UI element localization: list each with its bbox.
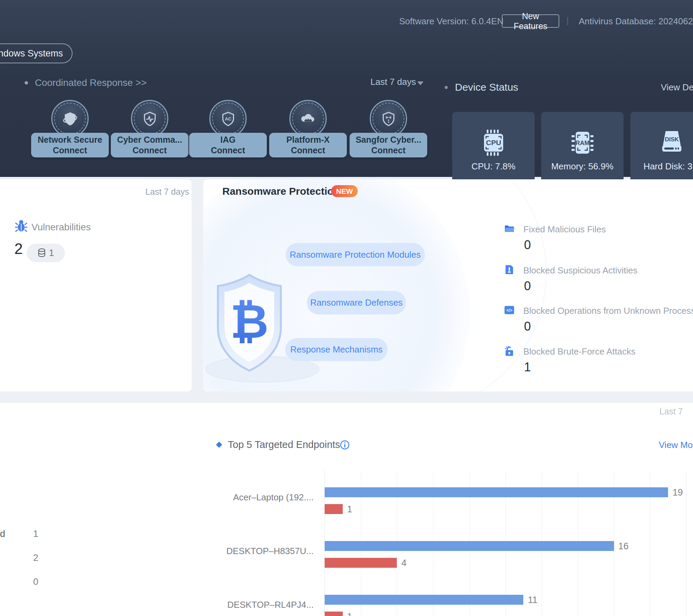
header-separator: | [566, 15, 569, 26]
chart-gridline [686, 471, 687, 616]
connect-item-iag: AC IAG Connect [189, 100, 267, 137]
folder-icon [504, 223, 514, 234]
connect-label-line2: Connect [371, 145, 406, 155]
connect-label-line2: Connect [53, 145, 87, 155]
connect-label-line2: Connect [211, 145, 245, 155]
chart-category-label: DESKTOP–RL4PJ4... [208, 600, 314, 610]
view-more-link[interactable]: View Mor [659, 440, 693, 450]
bar-red [325, 558, 397, 568]
metric-label: Blocked Suspicious Activities [523, 265, 638, 276]
bar-value-label: 4 [401, 558, 406, 568]
connect-label-line1: Cyber Comma... [117, 135, 182, 144]
bar-value-label: 19 [672, 487, 683, 497]
ransomware-protection-title: Ransomware Protection [222, 185, 340, 197]
tab-windows-systems-label: Windows Systems [0, 48, 63, 59]
svg-text:DISK: DISK [665, 136, 679, 143]
connect-item-platform-x: Platform-X Connect [269, 100, 347, 137]
cyber-command-icon [131, 100, 168, 137]
new-features-button[interactable]: New Features [502, 14, 559, 28]
vulnerabilities-card [0, 179, 192, 392]
bar-value-label: 1 [347, 504, 352, 514]
top5-endpoints-chart: Acer–Laptop (192....191DESKTOP–H8357U...… [0, 471, 693, 616]
connect-item-network-secure: Network Secure Connect [31, 100, 109, 137]
db-badge-count: 1 [49, 248, 54, 258]
chevron-down-icon[interactable] [417, 81, 423, 85]
connect-item-partial [0, 100, 9, 137]
svg-text:₿: ₿ [230, 294, 269, 349]
sangfor-cyber-connect-button[interactable]: Sangfor Cyber... Connect [350, 133, 427, 157]
new-badge: NEW [331, 185, 358, 197]
connect-label-line2: Connect [291, 145, 325, 155]
hero-section: Software Version: 6.0.4EN New Features |… [0, 0, 693, 177]
coordinated-response-link[interactable]: Coordinated Response >> [35, 77, 147, 88]
iag-connect-button[interactable]: IAG Connect [189, 133, 267, 157]
tab-windows-systems[interactable]: Windows Systems [0, 43, 73, 63]
view-details-link[interactable]: View Det [661, 82, 693, 93]
platform-x-connect-button[interactable]: Platform-X Connect [269, 133, 347, 157]
info-icon[interactable] [340, 440, 350, 450]
cpu-icon: CPU [477, 126, 510, 159]
ram-icon: RAM [566, 126, 599, 159]
vulnerabilities-db-badge: 1 [27, 244, 65, 262]
bar-value-label: 11 [528, 595, 537, 605]
ransomware-defenses-button[interactable]: Ransomware Defenses [307, 291, 406, 315]
period-dropdown[interactable]: Last 7 days [370, 77, 416, 87]
cyber-command-connect-button[interactable]: Cyber Comma... Connect [111, 133, 188, 157]
connect-label-line1: IAG [220, 135, 235, 144]
ransomware-protection-modules-button[interactable]: Ransomware Protection Modules [286, 243, 425, 266]
vulnerabilities-title: Vulnerabilities [31, 222, 91, 233]
bar-red [325, 504, 343, 514]
svg-text:AC: AC [225, 116, 232, 121]
metric-value: 1 [524, 360, 531, 374]
connect-label-line1: Platform-X [286, 135, 329, 144]
bar-value-label: 16 [618, 541, 629, 551]
metric-value: 0 [524, 238, 531, 252]
database-icon [38, 248, 46, 258]
network-secure-connect-button[interactable]: Network Secure Connect [31, 133, 109, 157]
iag-icon: AC [209, 100, 247, 137]
response-mechanisms-button[interactable]: Response Mechanisms [285, 338, 388, 361]
sangfor-cyber-icon [370, 100, 407, 137]
connect-label-line1: Sangfor Cyber... [356, 135, 421, 144]
vulnerabilities-period-label: Last 7 days [145, 187, 189, 197]
metric-label: Fixed Malicious Files [523, 224, 606, 235]
top5-title: Top 5 Targeted Endpoints [228, 439, 340, 450]
svg-text:RAM: RAM [575, 140, 589, 146]
vulnerabilities-count: 2 [14, 240, 23, 257]
bar-red [325, 612, 343, 616]
dashboard-page: Software Version: 6.0.4EN New Features |… [0, 0, 693, 616]
svg-text:</>: </> [506, 308, 512, 313]
svg-text:CPU: CPU [486, 139, 501, 146]
bottom-period-label: Last 7 [659, 407, 683, 416]
bar-blue [325, 541, 614, 551]
device-status-bullet [445, 86, 448, 89]
bar-value-label: 1 [347, 612, 352, 616]
bug-icon [15, 219, 27, 232]
metric-value: 0 [524, 319, 531, 334]
connect-item-sangfor-cyber: Sangfor Cyber... Connect [350, 100, 427, 137]
code-icon: </> [504, 305, 514, 315]
cpu-usage-label: CPU: 7.8% [471, 161, 515, 172]
metric-label: Blocked Brute-Force Attacks [523, 346, 636, 357]
coordinated-response-bullet [25, 81, 28, 85]
bar-blue [325, 595, 523, 605]
ransomware-shield-icon: ₿ [210, 267, 289, 380]
connect-label-line2: Connect [133, 145, 167, 155]
memory-usage-label: Memory: 56.9% [551, 161, 613, 172]
software-version-label: Software Version: 6.0.4EN [399, 16, 504, 27]
network-secure-icon [51, 100, 89, 137]
platform-x-icon [289, 100, 327, 137]
doc-alert-icon [504, 265, 514, 275]
antivirus-database-label: Antivirus Database: 202406251 [579, 16, 693, 27]
chart-category-label: DESKTOP–H8357U... [208, 546, 314, 556]
brute-force-icon [504, 346, 514, 357]
chart-category-label: Acer–Laptop (192.... [208, 492, 314, 503]
device-status-title: Device Status [455, 81, 518, 93]
metric-label: Blocked Operations from Unknown Processe… [523, 306, 693, 316]
disk-usage-label: Hard Disk: 3.3 [643, 161, 693, 172]
metric-value: 0 [524, 279, 531, 293]
disk-icon: DISK [655, 126, 688, 159]
connect-label-line1: Network Secure [38, 135, 102, 144]
bar-blue [325, 487, 668, 497]
connect-item-cyber-command: Cyber Comma... Connect [111, 100, 188, 137]
